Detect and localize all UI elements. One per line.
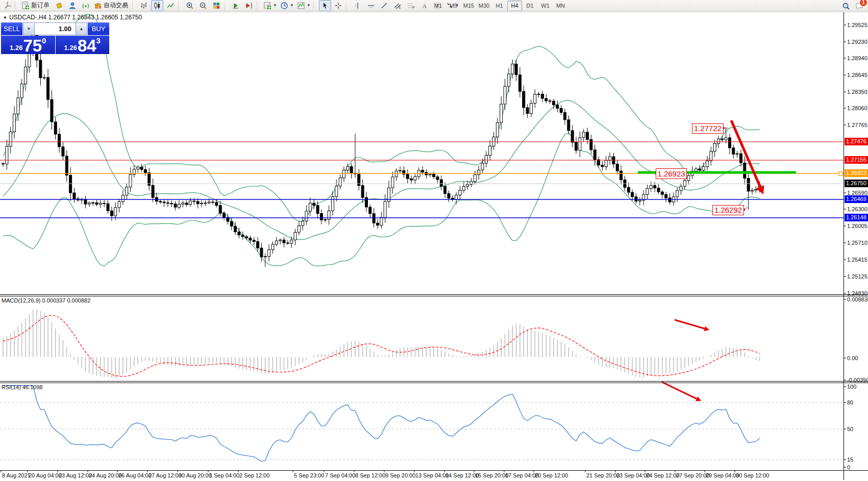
profile-icon <box>55 2 63 10</box>
time-axis-label: 27 Sep 20:00 <box>676 472 709 478</box>
bull-candle-body <box>264 257 266 257</box>
templates-button[interactable]: ▼ <box>296 0 312 11</box>
bull-candle-body <box>605 160 607 166</box>
bull-candle-body <box>302 221 304 225</box>
price-axis-tick-label: 1.24830 <box>847 290 867 296</box>
volume-decrease-button[interactable]: ▼ <box>23 22 35 35</box>
zoom-out-button[interactable] <box>197 0 209 11</box>
crosshair-button[interactable] <box>332 0 344 11</box>
price-axis-tick-label: 1.28645 <box>847 72 867 78</box>
bear-candle-body <box>571 131 574 142</box>
tile-windows-button[interactable] <box>210 0 222 11</box>
fibonacci-button[interactable]: F <box>405 0 417 11</box>
bear-candle-body <box>421 170 424 172</box>
time-axis-label: 20 Aug 04:00 <box>29 472 62 478</box>
chart-shift-button[interactable] <box>243 0 255 11</box>
new-order-button[interactable]: 新订单 <box>20 0 52 11</box>
price-callout-1-26923[interactable]: 1.26923 <box>656 168 687 179</box>
timeframe-m5[interactable]: M5 <box>446 1 461 11</box>
chart-canvas[interactable] <box>0 0 868 481</box>
trendline-button[interactable] <box>378 0 390 11</box>
bear-candle-body <box>241 235 244 237</box>
timeframe-h1[interactable]: H1 <box>492 1 507 11</box>
volume-increase-button[interactable]: ▲ <box>76 22 87 35</box>
bid-price-button[interactable]: 1.26750 <box>1 36 55 54</box>
bull-candle-body <box>481 163 484 170</box>
timeframe-h4[interactable]: H4 <box>507 1 522 11</box>
bear-candle-body <box>62 147 64 156</box>
app-corner-icon[interactable] <box>1 0 13 11</box>
market-watch-button[interactable] <box>66 0 79 11</box>
time-axis-label: 15 Sep 20:00 <box>475 472 508 478</box>
ask-price-main: 84 <box>78 38 96 54</box>
bars-icon <box>140 2 148 10</box>
ask-price-button[interactable]: 1.26843 <box>56 36 110 54</box>
zoom-in-button[interactable] <box>184 0 196 11</box>
bear-candle-body <box>552 101 555 105</box>
bear-candle-body <box>541 94 543 98</box>
timeframe-d1[interactable]: D1 <box>523 1 537 11</box>
auto-scroll-button[interactable] <box>230 0 242 11</box>
bull-candle-body <box>414 176 416 180</box>
bear-candle-body <box>223 213 226 217</box>
volume-input[interactable] <box>35 22 76 35</box>
bar-chart-button[interactable] <box>138 0 150 11</box>
ask-price-prefix: 1.26 <box>64 44 77 52</box>
search-button[interactable] <box>840 1 852 12</box>
autotrade-button[interactable]: 自动交易 <box>93 0 131 11</box>
price-callout-1-26292[interactable]: 1.26292 <box>712 205 744 215</box>
equidistant-channel-button[interactable]: E <box>391 0 404 11</box>
horizontal-line-button[interactable] <box>365 0 377 11</box>
vertical-line-button[interactable] <box>352 0 364 11</box>
chart-title-text: USDCAD-,H4 1.26677 1.26843 1.26605 1.267… <box>9 14 142 21</box>
timeframe-w1[interactable]: W1 <box>538 1 553 11</box>
buy-button[interactable]: BUY <box>88 22 109 35</box>
line-chart-button[interactable] <box>164 0 177 11</box>
collapse-triangle-icon[interactable]: ▲ <box>3 15 7 19</box>
notifications-button[interactable]: 1 <box>853 1 865 12</box>
bull-candle-body <box>702 167 705 170</box>
bear-candle-body <box>365 197 367 207</box>
price-callout-1-27722[interactable]: 1.27722 <box>692 123 724 134</box>
bull-candle-body <box>429 174 431 175</box>
bull-candle-body <box>579 138 581 150</box>
bear-candle-body <box>526 108 529 114</box>
periods-button[interactable]: ▼ <box>279 0 295 11</box>
bull-candle-body <box>717 139 720 143</box>
bull-candle-body <box>384 201 386 218</box>
signals-button[interactable] <box>80 0 92 11</box>
candlestick-chart-button[interactable] <box>151 0 163 11</box>
bull-candle-body <box>328 211 330 219</box>
bear-candle-body <box>107 204 109 211</box>
line-endpoint-handle[interactable] <box>839 172 842 175</box>
bear-candle-body <box>657 188 660 192</box>
bear-candle-body <box>586 132 589 139</box>
price-axis-tick-label: 1.27765 <box>847 122 867 128</box>
bull-candle-body <box>478 170 480 174</box>
timeframe-m1[interactable]: M1 <box>431 1 445 11</box>
bear-candle-body <box>635 197 637 201</box>
bear-candle-body <box>620 171 623 180</box>
sell-button[interactable]: SELL <box>1 22 22 35</box>
bear-candle-body <box>257 242 259 248</box>
bull-candle-body <box>335 186 338 197</box>
bull-candle-body <box>126 187 128 195</box>
one-click-trading-panel: SELL ▼ ▲ BUY 1.26750 1.26843 <box>1 22 109 54</box>
new-chart-button[interactable]: ▼ <box>262 0 278 11</box>
bull-candle-body <box>466 185 469 187</box>
text-button[interactable]: A <box>418 0 430 11</box>
timeframe-mn[interactable]: MN <box>553 1 568 11</box>
price-axis-tick-label: 1.29525 <box>847 22 867 28</box>
timeframe-m15[interactable]: M15 <box>461 1 476 11</box>
bear-candle-body <box>69 175 72 193</box>
time-axis-label: 26 Aug 04:00 <box>118 472 152 478</box>
bull-candle-body <box>137 167 139 169</box>
bull-candle-body <box>294 232 296 240</box>
bear-candle-body <box>523 91 525 108</box>
bull-candle-body <box>455 195 458 199</box>
bull-candle-body <box>395 171 398 177</box>
price-badge-1.26469: 1.26469 <box>845 195 868 203</box>
timeframe-m30[interactable]: M30 <box>477 1 491 11</box>
cursor-button[interactable] <box>319 0 331 11</box>
profiles-button[interactable] <box>53 0 65 11</box>
